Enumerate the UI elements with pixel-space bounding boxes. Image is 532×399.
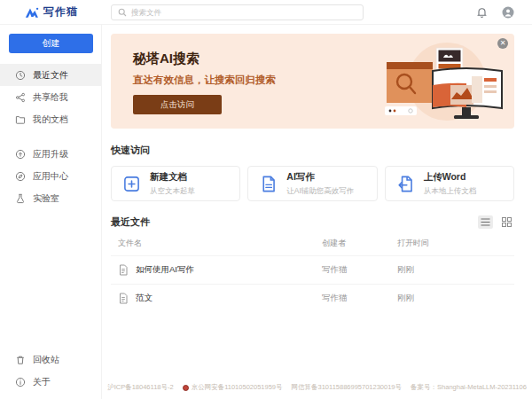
- sidebar-item-recent-files[interactable]: 最近文件: [0, 64, 101, 86]
- file-creator: 写作猫: [315, 255, 390, 284]
- list-view-icon[interactable]: [478, 215, 493, 229]
- promo-banner: 秘塔AI搜索 直达有效信息，让搜索回归搜索 点击访问: [111, 34, 514, 129]
- table-row[interactable]: 如何使用AI写作 写作猫 刚刚: [111, 255, 514, 284]
- user-avatar-icon[interactable]: [502, 6, 514, 19]
- card-subtitle: 从本地上传文档: [424, 186, 477, 197]
- doc-ai-icon: [259, 175, 278, 193]
- file-open-time: 刚刚: [390, 255, 514, 284]
- file-open-time: 刚刚: [390, 284, 514, 312]
- logo-icon: [25, 6, 39, 19]
- clock-icon: [15, 70, 26, 81]
- banner-visit-button[interactable]: 点击访问: [133, 95, 222, 114]
- main-content: 秘塔AI搜索 直达有效信息，让搜索回归搜索 点击访问: [102, 25, 532, 399]
- info-icon: [15, 377, 26, 387]
- banner-subtitle: 直达有效信息，让搜索回归搜索: [133, 74, 276, 87]
- sidebar-item-app-upgrade[interactable]: 应用升级: [0, 143, 101, 165]
- column-header-open-time: 打开时间: [390, 232, 514, 255]
- logo[interactable]: 写作猫: [25, 4, 78, 20]
- sidebar-item-label: 我的文档: [33, 113, 68, 126]
- share-icon: [15, 92, 26, 103]
- card-title: AI写作: [286, 171, 354, 184]
- search-input[interactable]: [131, 8, 344, 17]
- doc-upload-icon: [396, 175, 415, 193]
- banner-close-icon[interactable]: ✕: [497, 38, 508, 49]
- top-header: 写作猫: [0, 0, 532, 25]
- arrow-up-circle-icon: [15, 149, 26, 160]
- police-filing-number[interactable]: 京公网安备11010502051959号: [192, 383, 283, 392]
- column-header-filename: 文件名: [111, 232, 315, 255]
- sidebar-item-label: 关于: [33, 376, 51, 388]
- sidebar-item-label: 应用升级: [33, 148, 68, 160]
- quick-access-title: 快速访问: [111, 144, 514, 157]
- card-upload-word[interactable]: 上传Word 从本地上传文档: [385, 166, 514, 201]
- card-new-document[interactable]: 新建文档 从空文本起草: [111, 166, 240, 201]
- icp-number: 沪ICP备18046118号-2: [107, 383, 173, 392]
- algorithm-filing-number: 网信算备310115886995701230019号: [292, 383, 403, 392]
- sidebar-item-label: 回收站: [33, 354, 59, 366]
- card-ai-writing[interactable]: AI写作 让AI辅助您高效写作: [247, 166, 377, 201]
- doc-plus-icon: [122, 175, 141, 193]
- recent-files-table: 文件名 创建者 打开时间 如何使用AI写作 写作猫 刚刚 范文: [111, 232, 514, 312]
- search-box[interactable]: [111, 4, 364, 20]
- sidebar-item-about[interactable]: 关于: [0, 372, 101, 393]
- sidebar-item-label: 应用中心: [33, 170, 68, 183]
- sidebar: 创建 最近文件 共享给我 我的文档 应用升级 应用中心: [0, 25, 102, 399]
- sidebar-item-app-center[interactable]: 应用中心: [0, 165, 101, 187]
- banner-title: 秘塔AI搜索: [133, 51, 200, 67]
- file-name: 范文: [136, 293, 153, 304]
- card-subtitle: 让AI辅助您高效写作: [286, 186, 354, 197]
- sidebar-item-my-documents[interactable]: 我的文档: [0, 108, 101, 130]
- folder-icon: [15, 114, 26, 125]
- logo-text: 写作猫: [43, 4, 78, 20]
- flask-icon: [15, 193, 26, 204]
- column-header-creator: 创建者: [315, 232, 390, 255]
- police-badge-icon: [183, 385, 189, 391]
- file-creator: 写作猫: [315, 284, 390, 312]
- sidebar-item-label: 实验室: [33, 192, 59, 205]
- compass-icon: [15, 171, 26, 182]
- file-name: 如何使用AI写作: [136, 264, 194, 276]
- document-icon: [118, 293, 129, 304]
- bell-icon[interactable]: [476, 6, 488, 19]
- sidebar-item-recycle-bin[interactable]: 回收站: [0, 349, 101, 371]
- recent-files-title: 最近文件: [111, 215, 150, 229]
- table-row[interactable]: 范文 写作猫 刚刚: [111, 284, 514, 312]
- trash-icon: [15, 355, 26, 365]
- sidebar-item-laboratory[interactable]: 实验室: [0, 187, 101, 209]
- grid-view-icon[interactable]: [499, 215, 514, 229]
- footer: 沪ICP备18046118号-2 京公网安备11010502051959号 网信…: [102, 383, 532, 392]
- card-title: 新建文档: [150, 171, 195, 184]
- card-subtitle: 从空文本起草: [150, 186, 195, 197]
- sidebar-item-shared-with-me[interactable]: 共享给我: [0, 86, 101, 108]
- record-number: 备案号：Shanghai-MetaLLM-20231106: [411, 383, 527, 392]
- banner-illustration: [374, 39, 507, 124]
- create-button[interactable]: 创建: [9, 34, 93, 53]
- app-window: 写作猫 创建 最近文件 共享给我: [0, 0, 532, 399]
- card-title: 上传Word: [424, 171, 477, 184]
- document-icon: [118, 264, 129, 276]
- search-icon: [118, 8, 127, 17]
- sidebar-item-label: 共享给我: [33, 91, 68, 104]
- sidebar-item-label: 最近文件: [33, 69, 68, 82]
